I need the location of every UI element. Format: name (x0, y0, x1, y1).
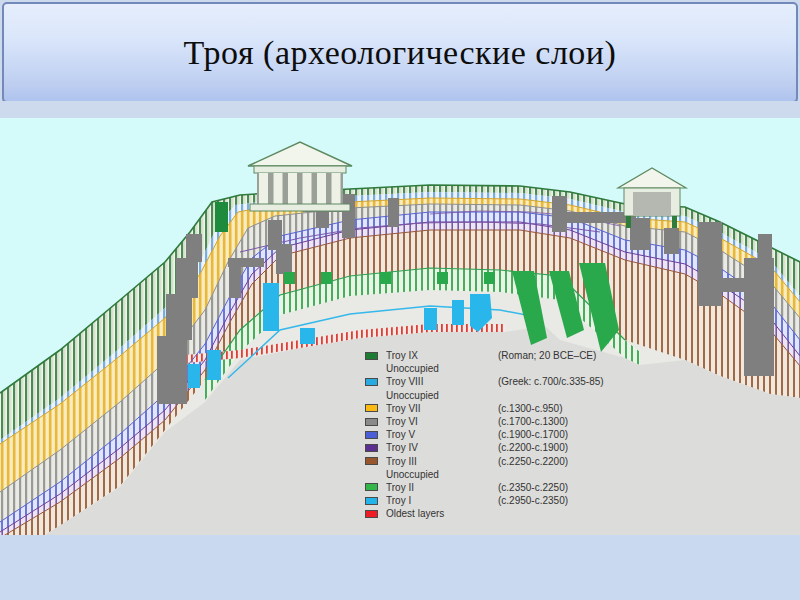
legend-label: Troy VII (386, 402, 498, 415)
legend-row: Unoccupied (365, 389, 620, 402)
legend-swatch (365, 457, 378, 465)
legend-label: Troy III (386, 455, 498, 468)
gap-band (0, 101, 800, 118)
legend-label: Troy IV (386, 441, 498, 454)
slide-title: Троя (археологические слои) (184, 34, 617, 72)
legend-period: (c.1300-c.950) (498, 402, 620, 415)
legend-label: Unoccupied (386, 468, 498, 481)
legend-row: Troy IV(c.2200-c.1900) (365, 441, 620, 454)
legend-swatch (365, 352, 378, 360)
legend-row: Unoccupied (365, 468, 620, 481)
legend: Troy IX(Roman; 20 BCE–CE) Unoccupied Tro… (365, 349, 620, 520)
legend-swatch (365, 444, 378, 452)
legend-period: (c.2950-c.2350) (498, 494, 620, 507)
presentation-slide: Троя (археологические слои) (0, 0, 800, 600)
legend-swatch (365, 404, 378, 412)
legend-swatch (365, 497, 378, 505)
diagram-area: Troy IX(Roman; 20 BCE–CE) Unoccupied Tro… (0, 118, 800, 535)
legend-label: Troy I (386, 494, 498, 507)
legend-swatch (365, 483, 378, 491)
legend-row: Troy II(c.2350-c.2250) (365, 481, 620, 494)
legend-period: (c.1900-c.1700) (498, 428, 620, 441)
legend-label: Troy V (386, 428, 498, 441)
legend-period: (Roman; 20 BCE–CE) (498, 349, 620, 362)
legend-row: Troy VIII(Greek: c.700/c.335-85) (365, 375, 620, 388)
legend-swatch (365, 418, 378, 426)
legend-label: Troy VIII (386, 375, 498, 388)
legend-period: (c.2200-c.1900) (498, 441, 620, 454)
legend-row: Unoccupied (365, 362, 620, 375)
legend-row: Troy III(c.2250-c.2200) (365, 455, 620, 468)
legend-label: Oldest layers (386, 507, 498, 520)
legend-swatch (365, 378, 378, 386)
legend-period: (c.2350-c.2250) (498, 481, 620, 494)
legend-label: Unoccupied (386, 362, 498, 375)
legend-row: Troy VI(c.1700-c.1300) (365, 415, 620, 428)
legend-swatch (365, 431, 378, 439)
legend-period: (Greek: c.700/c.335-85) (498, 375, 620, 388)
legend-label: Troy VI (386, 415, 498, 428)
legend-label: Troy II (386, 481, 498, 494)
legend-row: Troy VII(c.1300-c.950) (365, 402, 620, 415)
footer-band (0, 535, 800, 600)
legend-period: (c.1700-c.1300) (498, 415, 620, 428)
legend-row: Oldest layers (365, 507, 620, 520)
legend-row: Troy I(c.2950-c.2350) (365, 494, 620, 507)
legend-period: (c.2250-c.2200) (498, 455, 620, 468)
legend-label: Troy IX (386, 349, 498, 362)
legend-swatch (365, 510, 378, 518)
legend-row: Troy IX(Roman; 20 BCE–CE) (365, 349, 620, 362)
legend-row: Troy V(c.1900-c.1700) (365, 428, 620, 441)
slide-title-box: Троя (археологические слои) (2, 2, 798, 103)
legend-label: Unoccupied (386, 389, 498, 402)
